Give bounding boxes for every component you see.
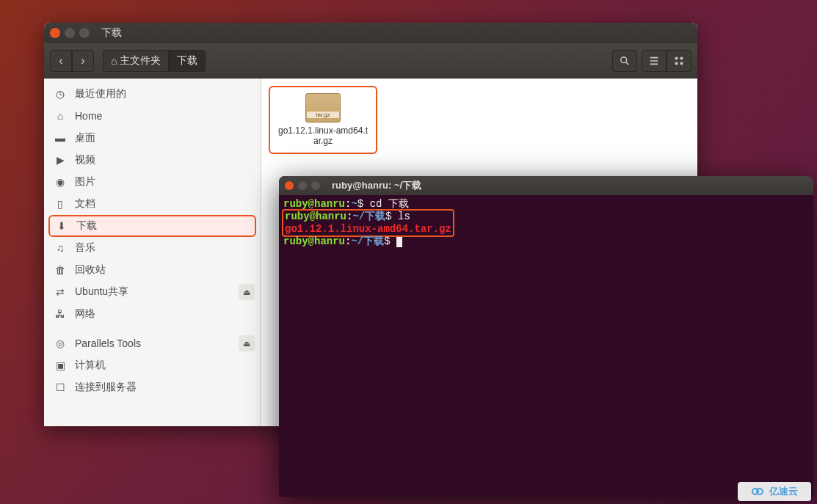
eject-button[interactable]: ⏏ [239, 335, 255, 351]
archive-icon [305, 93, 341, 123]
home-icon: ⌂ [111, 55, 117, 67]
sidebar-item-network[interactable]: 🖧网络 [44, 303, 261, 325]
fm-toolbar: ‹ › ⌂ 主文件夹 下载 [44, 43, 697, 78]
fm-titlebar[interactable]: 下载 [44, 23, 697, 43]
sidebar-item-trash[interactable]: 🗑回收站 [44, 259, 261, 281]
camera-icon: ◉ [54, 176, 66, 188]
sidebar-item-parallels[interactable]: ◎Parallels Tools⏏ [44, 332, 261, 354]
grid-icon [674, 56, 684, 66]
svg-rect-5 [680, 62, 683, 65]
file-item[interactable]: go1.12.1.linux-amd64.tar.gz [269, 86, 377, 154]
doc-icon: ▯ [54, 198, 66, 210]
sidebar-item-desktop[interactable]: ▬桌面 [44, 127, 261, 149]
svg-point-0 [621, 56, 627, 62]
maximize-icon[interactable] [79, 28, 90, 38]
grid-view-button[interactable] [667, 50, 691, 72]
sidebar-item-pictures[interactable]: ◉图片 [44, 171, 261, 193]
minimize-icon[interactable] [65, 28, 75, 38]
home-icon: ⌂ [54, 110, 66, 122]
search-icon [620, 56, 630, 66]
path-home[interactable]: ⌂ 主文件夹 [103, 50, 169, 72]
eject-button[interactable]: ⏏ [239, 284, 255, 300]
close-icon[interactable] [285, 181, 294, 190]
server-icon: ☐ [54, 381, 66, 393]
sidebar-item-recent[interactable]: ◷最近使用的 [44, 83, 261, 105]
cursor [396, 237, 402, 247]
terminal-line: ruby@hanru:~/下载$ [283, 235, 809, 248]
sidebar-item-videos[interactable]: ▶视频 [44, 149, 261, 171]
search-button[interactable] [612, 50, 637, 72]
breadcrumb: ⌂ 主文件夹 下载 [103, 50, 206, 72]
svg-line-1 [626, 62, 629, 65]
cloud-icon [752, 486, 766, 497]
window-title: 下载 [101, 26, 122, 40]
minimize-icon[interactable] [298, 181, 307, 190]
sidebar-item-downloads[interactable]: ⬇下载 [48, 215, 256, 237]
sidebar-item-music[interactable]: ♫音乐 [44, 237, 261, 259]
music-icon: ♫ [54, 242, 66, 254]
back-button[interactable]: ‹ [50, 50, 72, 72]
watermark-badge: 亿速云 [738, 482, 811, 501]
disc-icon: ◎ [54, 337, 66, 349]
term-titlebar[interactable]: ruby@hanru: ~/下载 [279, 176, 813, 195]
video-icon: ▶ [54, 154, 66, 166]
maximize-icon[interactable] [311, 181, 320, 190]
svg-rect-4 [675, 62, 678, 65]
share-icon: ⇄ [54, 286, 66, 298]
clock-icon: ◷ [54, 88, 66, 100]
sidebar: ◷最近使用的 ⌂Home ▬桌面 ▶视频 ◉图片 ▯文档 ⬇下载 ♫音乐 🗑回收… [44, 78, 261, 426]
svg-rect-3 [680, 56, 683, 59]
list-view-button[interactable] [642, 50, 667, 72]
folder-icon: ▬ [54, 132, 66, 144]
download-icon: ⬇ [56, 220, 68, 232]
terminal-title: ruby@hanru: ~/下载 [332, 179, 421, 192]
terminal-body[interactable]: ruby@hanru:~$ cd 下载 ruby@hanru:~/下载$ lsg… [279, 195, 813, 497]
sidebar-item-documents[interactable]: ▯文档 [44, 193, 261, 215]
trash-icon: 🗑 [54, 264, 66, 276]
list-icon [649, 56, 659, 66]
close-icon[interactable] [50, 28, 60, 38]
sidebar-item-home[interactable]: ⌂Home [44, 105, 261, 127]
terminal-window: ruby@hanru: ~/下载 ruby@hanru:~$ cd 下载 rub… [279, 176, 813, 497]
svg-rect-2 [675, 56, 678, 59]
forward-button[interactable]: › [72, 50, 94, 72]
terminal-line: ruby@hanru:~/下载$ lsgo1.12.1.linux-amd64.… [283, 211, 809, 235]
path-current[interactable]: 下载 [169, 50, 206, 72]
sidebar-item-connect[interactable]: ☐连接到服务器 [44, 376, 261, 398]
drive-icon: ▣ [54, 359, 66, 371]
file-name: go1.12.1.linux-amd64.tar.gz [276, 125, 370, 147]
sidebar-item-ubuntu-share[interactable]: ⇄Ubuntu共享⏏ [44, 281, 261, 303]
network-icon: 🖧 [54, 308, 66, 320]
sidebar-item-computer[interactable]: ▣计算机 [44, 354, 261, 376]
